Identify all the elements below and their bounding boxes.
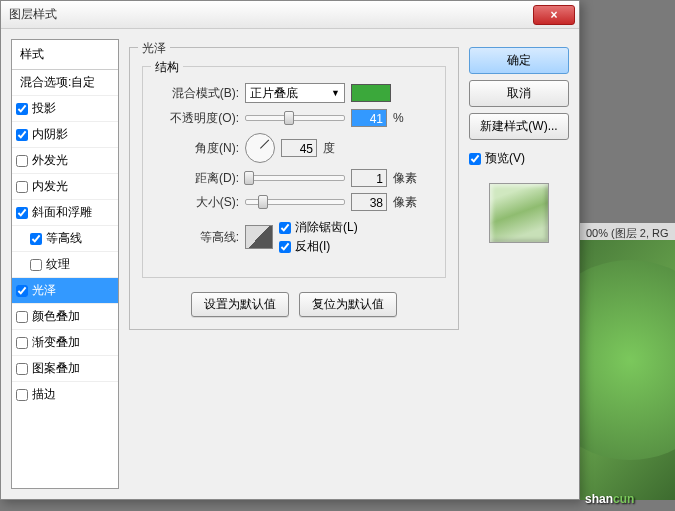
angle-label: 角度(N): [155, 140, 239, 157]
blend-mode-label: 混合模式(B): [155, 85, 239, 102]
bevel-item[interactable]: 斜面和浮雕 [12, 200, 118, 226]
distance-label: 距离(D): [155, 170, 239, 187]
satin-fieldset: 光泽 结构 混合模式(B): 正片叠底 ▼ 不透明度(O): [129, 47, 459, 330]
degree-unit: 度 [323, 140, 335, 157]
ok-button[interactable]: 确定 [469, 47, 569, 74]
gradient-overlay-item[interactable]: 渐变叠加 [12, 330, 118, 356]
color-overlay-item[interactable]: 颜色叠加 [12, 304, 118, 330]
styles-header[interactable]: 样式 [12, 40, 118, 70]
distance-slider[interactable] [245, 175, 345, 181]
close-button[interactable]: × [533, 5, 575, 25]
antialias-checkbox[interactable] [279, 222, 291, 234]
invert-label: 反相(I) [295, 238, 330, 255]
satin-item[interactable]: 光泽 [12, 278, 118, 304]
texture-checkbox[interactable] [30, 259, 42, 271]
texture-subitem[interactable]: 纹理 [12, 252, 118, 278]
cancel-button[interactable]: 取消 [469, 80, 569, 107]
satin-checkbox[interactable] [16, 285, 28, 297]
opacity-input[interactable]: 41 [351, 109, 387, 127]
canvas-image [580, 240, 675, 500]
titlebar[interactable]: 图层样式 × [1, 1, 579, 29]
opacity-slider[interactable] [245, 115, 345, 121]
inner-glow-item[interactable]: 内发光 [12, 174, 118, 200]
drop-shadow-checkbox[interactable] [16, 103, 28, 115]
invert-checkbox[interactable] [279, 241, 291, 253]
antialias-label: 消除锯齿(L) [295, 219, 358, 236]
styles-list-panel: 样式 混合选项:自定 投影 内阴影 外发光 内发光 斜面和浮雕 等高线 纹理 光… [11, 39, 119, 489]
inner-shadow-item[interactable]: 内阴影 [12, 122, 118, 148]
satin-title: 光泽 [138, 40, 170, 57]
contour-subitem[interactable]: 等高线 [12, 226, 118, 252]
drop-shadow-item[interactable]: 投影 [12, 96, 118, 122]
stroke-item[interactable]: 描边 [12, 382, 118, 407]
inner-shadow-checkbox[interactable] [16, 129, 28, 141]
layer-style-dialog: 图层样式 × 样式 混合选项:自定 投影 内阴影 外发光 内发光 斜面和浮雕 等… [0, 0, 580, 500]
new-style-button[interactable]: 新建样式(W)... [469, 113, 569, 140]
inner-glow-checkbox[interactable] [16, 181, 28, 193]
opacity-label: 不透明度(O): [155, 110, 239, 127]
percent-unit: % [393, 111, 404, 125]
blend-mode-dropdown[interactable]: 正片叠底 ▼ [245, 83, 345, 103]
reset-default-button[interactable]: 复位为默认值 [299, 292, 397, 317]
structure-title: 结构 [151, 59, 183, 76]
structure-fieldset: 结构 混合模式(B): 正片叠底 ▼ 不透明度(O): 41 % [142, 66, 446, 278]
stroke-checkbox[interactable] [16, 389, 28, 401]
size-label: 大小(S): [155, 194, 239, 211]
chevron-down-icon: ▼ [331, 88, 340, 98]
bevel-checkbox[interactable] [16, 207, 28, 219]
gradient-overlay-checkbox[interactable] [16, 337, 28, 349]
pattern-overlay-checkbox[interactable] [16, 363, 28, 375]
dialog-title: 图层样式 [5, 6, 533, 23]
pattern-overlay-item[interactable]: 图案叠加 [12, 356, 118, 382]
slider-thumb[interactable] [244, 171, 254, 185]
make-default-button[interactable]: 设置为默认值 [191, 292, 289, 317]
watermark: shancun [585, 490, 634, 506]
contour-label: 等高线: [155, 229, 239, 246]
color-swatch[interactable] [351, 84, 391, 102]
angle-input[interactable]: 45 [281, 139, 317, 157]
px-unit: 像素 [393, 170, 417, 187]
size-input[interactable]: 38 [351, 193, 387, 211]
angle-dial[interactable] [245, 133, 275, 163]
action-panel: 确定 取消 新建样式(W)... 预览(V) [469, 39, 569, 489]
distance-input[interactable]: 1 [351, 169, 387, 187]
outer-glow-checkbox[interactable] [16, 155, 28, 167]
preview-checkbox[interactable] [469, 153, 481, 165]
settings-panel: 光泽 结构 混合模式(B): 正片叠底 ▼ 不透明度(O): [129, 39, 459, 489]
contour-picker[interactable] [245, 225, 273, 249]
blend-options-item[interactable]: 混合选项:自定 [12, 70, 118, 96]
contour-checkbox[interactable] [30, 233, 42, 245]
outer-glow-item[interactable]: 外发光 [12, 148, 118, 174]
slider-thumb[interactable] [258, 195, 268, 209]
slider-thumb[interactable] [284, 111, 294, 125]
size-slider[interactable] [245, 199, 345, 205]
preview-thumbnail [489, 183, 549, 243]
close-icon: × [550, 8, 557, 22]
preview-label: 预览(V) [485, 150, 525, 167]
color-overlay-checkbox[interactable] [16, 311, 28, 323]
px-unit: 像素 [393, 194, 417, 211]
